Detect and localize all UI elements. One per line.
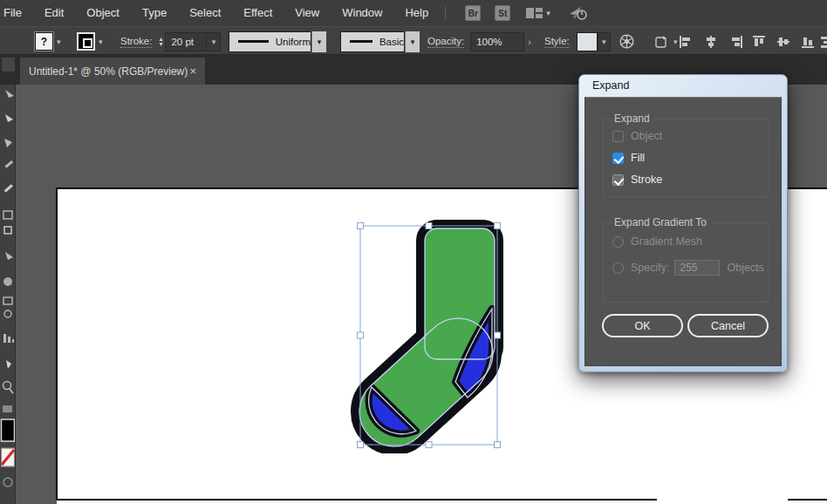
recolor-artwork-icon[interactable] (619, 27, 634, 56)
object-checkbox-row: Object (612, 130, 662, 142)
tools-panel[interactable] (0, 85, 16, 504)
style-swatch[interactable] (577, 32, 598, 51)
menu-select[interactable]: Select (178, 0, 232, 26)
align-center-icon[interactable] (704, 27, 718, 56)
menu-file[interactable]: File (0, 0, 33, 26)
tab-bar-corner (2, 58, 15, 72)
specify-radio (612, 262, 624, 274)
artboard-bottom-edge (57, 499, 657, 501)
object-checkbox (612, 131, 624, 142)
gradient-mesh-label: Gradient Mesh (631, 235, 702, 248)
stroke-label: Stroke (631, 174, 662, 186)
stroke-weight-stepper[interactable]: ▴▾ (159, 37, 162, 47)
share-app-icon[interactable] (568, 5, 587, 21)
stroke-label[interactable]: Stroke: (120, 36, 152, 48)
align-left-icon[interactable] (679, 27, 693, 56)
chevron-down-icon: ▾ (673, 37, 678, 46)
chevron-down-icon: ▾ (546, 9, 550, 17)
expand-options-group: Expand Object Fill Stroke (603, 119, 769, 197)
bridge-button[interactable]: Br (465, 5, 481, 21)
menu-type[interactable]: Type (131, 0, 178, 26)
control-bar: ? ▾ ▾ Stroke: ▴▾ 20 pt ▾ Uniform ▾ Basic… (0, 26, 827, 55)
fill-checkbox[interactable] (612, 153, 624, 164)
menu-object[interactable]: Object (75, 0, 131, 26)
cancel-button[interactable]: Cancel (687, 314, 769, 337)
gradient-mesh-radio (612, 236, 624, 248)
width-profile-dropdown[interactable]: Uniform ▾ (229, 27, 326, 56)
menu-effect[interactable]: Effect (232, 0, 284, 26)
chevron-down-icon[interactable]: ▾ (405, 31, 420, 52)
fill-color-swatch[interactable]: ? ▾ (35, 27, 61, 56)
specify-row: Specify: 255 Objects (612, 260, 764, 276)
menu-view[interactable]: View (284, 0, 331, 26)
document-tab[interactable]: Untitled-1* @ 50% (RGB/Preview) × (19, 57, 206, 85)
chevron-down-icon[interactable]: ▾ (311, 31, 326, 52)
stroke-weight-dropdown[interactable]: ▾ (207, 32, 221, 51)
menu-separator (445, 6, 446, 20)
stroke-weight-group: Stroke: ▴▾ 20 pt ▾ (120, 27, 221, 56)
valign-top-icon[interactable] (752, 27, 766, 56)
align-right-icon[interactable] (729, 27, 743, 56)
width-profile-value: Uniform (276, 37, 311, 47)
chevron-down-icon[interactable]: ▾ (99, 37, 103, 46)
opacity-group: Opacity: 100% › (427, 27, 531, 56)
zoom-tool-icon (3, 382, 14, 394)
menu-help[interactable]: Help (393, 0, 440, 26)
style-label[interactable]: Style: (544, 36, 570, 48)
chevron-down-icon[interactable]: ▾ (57, 37, 61, 46)
dialog-body: Expand Object Fill Stroke Expand Gradien… (584, 97, 782, 366)
valign-bottom-icon[interactable] (801, 27, 815, 56)
fill-label: Fill (631, 152, 645, 164)
brush-definition-dropdown[interactable]: Basic ▾ (340, 27, 420, 56)
sock-artwork[interactable] (345, 216, 510, 453)
tool-icon-fragments (3, 90, 14, 412)
brush-line-icon (350, 40, 372, 43)
fill-swatch-box: ? (35, 32, 53, 51)
expand-dialog: Expand Expand Object Fill Stroke Expand (578, 74, 788, 372)
opacity-field[interactable]: 100% (470, 32, 524, 51)
fill-checkbox-row[interactable]: Fill (612, 152, 645, 164)
style-group: Style: ▾ (544, 27, 611, 56)
stock-button[interactable]: St (495, 5, 510, 21)
expand-gradient-group: Expand Gradient To Gradient Mesh Specify… (603, 222, 769, 303)
stroke-none-swatch-tool (2, 448, 15, 467)
close-tab-icon[interactable]: × (189, 65, 196, 78)
style-dropdown[interactable]: ▾ (598, 32, 611, 51)
artboard-left-edge (56, 187, 58, 500)
menu-bar: File Edit Object Type Select Effect View… (0, 0, 827, 26)
distribute-icon[interactable] (821, 27, 827, 56)
stroke-checkbox-row[interactable]: Stroke (612, 174, 662, 186)
artboard-bottom-edge-right (788, 499, 827, 501)
stroke-weight-field[interactable]: 20 pt (165, 32, 207, 51)
stroke-color-swatch[interactable]: ▾ (77, 27, 103, 56)
specify-objects-field: 255 (674, 260, 720, 276)
gradient-group-label: Expand Gradient To (610, 216, 711, 228)
expand-group-label: Expand (610, 112, 654, 125)
menu-window[interactable]: Window (331, 0, 393, 26)
stroke-checkbox[interactable] (612, 174, 624, 186)
fill-swatch-tool (2, 419, 15, 441)
brush-definition-value: Basic (379, 37, 404, 47)
gradient-mesh-row: Gradient Mesh (612, 235, 702, 248)
object-label: Object (631, 130, 662, 142)
graph-tool-icon (3, 334, 14, 343)
dialog-title: Expand (592, 79, 629, 92)
document-setup-icon[interactable]: ▾ (654, 27, 678, 56)
workspace-switcher-icon[interactable]: ▾ (526, 7, 550, 19)
objects-label: Objects (727, 262, 763, 274)
width-profile-line-icon (238, 40, 269, 43)
document-tab-title: Untitled-1* @ 50% (RGB/Preview) (29, 65, 188, 78)
opacity-label[interactable]: Opacity: (427, 36, 464, 48)
chevron-right-icon[interactable]: › (528, 37, 531, 47)
stroke-swatch-box (77, 32, 95, 51)
valign-middle-icon[interactable] (776, 27, 790, 56)
ok-button[interactable]: OK (602, 314, 683, 337)
menu-edit[interactable]: Edit (33, 0, 75, 26)
screen-mode-icon (3, 478, 12, 487)
illustrator-window: File Edit Object Type Select Effect View… (0, 0, 827, 504)
specify-label: Specify: (631, 262, 669, 274)
